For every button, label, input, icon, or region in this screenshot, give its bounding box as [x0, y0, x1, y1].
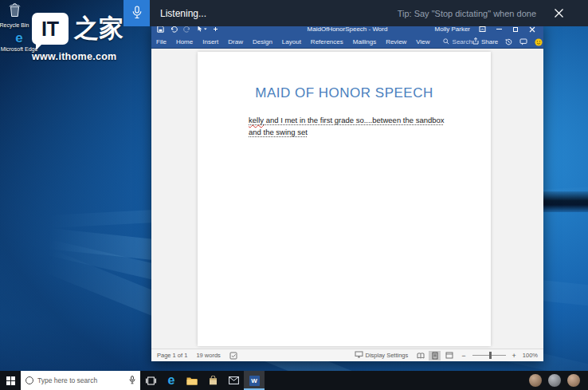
start-button[interactable]	[0, 371, 21, 390]
ithome-logo: IT	[32, 13, 69, 45]
ithome-logo-text: IT	[41, 18, 59, 41]
dictation-microphone-button[interactable]	[123, 0, 150, 26]
dictation-close-button[interactable]	[554, 8, 564, 18]
edge-icon: e	[15, 31, 22, 45]
ithome-logo-chinese: 之家	[74, 13, 123, 45]
page-indicator[interactable]: Page 1 of 1	[157, 352, 187, 359]
ribbon-tab-row: File Home Insert Draw Design Layout Refe…	[151, 36, 543, 49]
taskbar: e W	[0, 371, 588, 390]
tab-draw[interactable]: Draw	[223, 38, 248, 45]
document-text[interactable]: and I met in the first grade so....betwe…	[264, 116, 445, 124]
close-icon	[554, 8, 564, 18]
microsoft-store-icon	[209, 376, 218, 385]
document-canvas-area: MAID OF HONOR SPEECH kelly and I met in …	[151, 49, 543, 349]
print-layout-button[interactable]	[429, 351, 441, 360]
people-contact-avatar[interactable]	[529, 374, 542, 387]
desktop-screen: Recycle Bin e Microsoft Edge IT 之家 www.i…	[0, 0, 588, 390]
zoom-slider-thumb[interactable]	[489, 352, 492, 359]
mail-icon	[229, 376, 239, 384]
tab-layout[interactable]: Layout	[277, 38, 306, 45]
read-mode-button[interactable]	[414, 351, 426, 360]
people-contact-avatar[interactable]	[567, 374, 580, 387]
tab-review[interactable]: Review	[381, 38, 411, 45]
undo-button[interactable]	[170, 26, 178, 33]
statusbar-left: Page 1 of 1 19 words	[151, 352, 238, 360]
signed-in-user[interactable]: Molly Parker	[435, 26, 470, 33]
zoom-level-indicator[interactable]: 100%	[523, 352, 538, 359]
statusbar-right: Display Settings − + 100%	[355, 351, 544, 360]
activity-history-icon[interactable]	[505, 38, 512, 45]
redo-button[interactable]	[183, 26, 191, 33]
cortana-icon	[25, 376, 33, 384]
search-icon	[443, 38, 449, 46]
customize-quick-access-button[interactable]	[213, 26, 219, 33]
document-text-line[interactable]: and the swing set	[249, 126, 457, 138]
display-settings-button[interactable]: Display Settings	[355, 351, 409, 360]
file-explorer-icon	[186, 376, 198, 385]
dictation-status-text: Listening...	[160, 8, 206, 19]
word-icon: W	[249, 376, 260, 386]
word-window: MaidOfHonorSpeech - Word Molly Parker Fi…	[151, 22, 543, 361]
tab-home[interactable]: Home	[171, 38, 198, 45]
taskbar-word-button[interactable]: W	[244, 371, 265, 390]
taskbar-people	[529, 371, 588, 390]
dictation-tip-text: Tip: Say "Stop dictating" when done	[398, 9, 536, 18]
view-mode-switcher	[414, 351, 455, 360]
ithome-url: www.ithome.com	[32, 51, 123, 62]
zoom-slider[interactable]	[472, 355, 506, 356]
task-view-icon	[146, 376, 156, 385]
tab-view[interactable]: View	[411, 38, 434, 45]
taskbar-mail-button[interactable]	[223, 371, 244, 390]
web-layout-button[interactable]	[443, 351, 455, 360]
microphone-icon	[131, 6, 143, 22]
comments-icon[interactable]	[519, 38, 527, 45]
touch-mouse-mode-button[interactable]	[197, 26, 207, 33]
dictation-bar: Listening... Tip: Say "Stop dictating" w…	[123, 0, 588, 26]
tab-insert[interactable]: Insert	[198, 38, 223, 45]
ribbon-search-label: Search	[453, 38, 472, 45]
misspelled-word[interactable]: kelly	[249, 116, 264, 124]
taskbar-file-explorer-button[interactable]	[182, 371, 202, 390]
share-label: Share	[481, 38, 498, 45]
task-view-button[interactable]	[140, 371, 161, 390]
zoom-in-button[interactable]: +	[512, 352, 516, 360]
taskbar-search-input[interactable]	[37, 376, 125, 384]
tab-references[interactable]: References	[306, 38, 348, 45]
display-settings-icon	[355, 351, 363, 360]
edge-icon: e	[168, 374, 175, 387]
desktop-icon-label: Recycle Bin	[0, 22, 29, 29]
quick-access-toolbar	[151, 26, 219, 33]
taskbar-store-button[interactable]	[202, 371, 223, 390]
word-count-indicator[interactable]: 19 words	[196, 352, 220, 359]
share-icon	[472, 37, 479, 46]
taskbar-search-box[interactable]	[21, 371, 140, 390]
document-text-line[interactable]: kelly and I met in the first grade so...…	[249, 114, 457, 126]
save-button[interactable]	[157, 26, 164, 33]
document-heading[interactable]: MAID OF HONOR SPEECH	[198, 85, 491, 101]
windows-logo-icon	[6, 376, 15, 385]
proofing-status-icon[interactable]	[229, 352, 238, 360]
search-microphone-icon[interactable]	[129, 373, 135, 388]
share-button[interactable]: Share	[472, 37, 498, 46]
tab-file[interactable]: File	[151, 38, 171, 45]
ithome-watermark: IT 之家 www.ithome.com	[32, 13, 123, 62]
ribbon-search-box[interactable]: Search	[443, 38, 472, 46]
document-page[interactable]: MAID OF HONOR SPEECH kelly and I met in …	[198, 52, 491, 346]
zoom-out-button[interactable]: −	[461, 352, 465, 360]
tab-design[interactable]: Design	[248, 38, 277, 45]
document-body[interactable]: kelly and I met in the first grade so...…	[198, 114, 491, 138]
word-statusbar: Page 1 of 1 19 words Display Settings	[151, 349, 543, 361]
display-settings-label: Display Settings	[366, 352, 409, 359]
taskbar-edge-button[interactable]: e	[161, 371, 182, 390]
tab-mailings[interactable]: Mailings	[348, 38, 381, 45]
people-contact-avatar[interactable]	[548, 374, 561, 387]
desktop-icon-recycle-bin[interactable]: Recycle Bin	[0, 2, 33, 29]
feedback-smiley-icon[interactable]	[535, 38, 543, 46]
ribbon-right-controls: Share	[472, 37, 548, 46]
recycle-bin-icon	[8, 2, 22, 21]
